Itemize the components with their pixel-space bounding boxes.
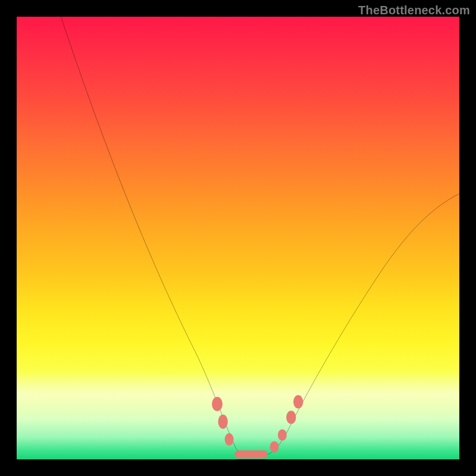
- marker-dot: [286, 411, 296, 424]
- marker-dot: [218, 415, 228, 429]
- marker-bar: [234, 450, 268, 458]
- plot-area: [17, 17, 459, 459]
- marker-dot: [212, 397, 223, 411]
- marker-group: [212, 395, 303, 458]
- marker-dot: [270, 441, 279, 452]
- bottleneck-curve-svg: [17, 17, 459, 459]
- marker-dot: [293, 395, 303, 408]
- bottleneck-curve-path: [61, 17, 459, 457]
- chart-frame: TheBottleneck.com: [0, 0, 476, 476]
- marker-dot: [225, 433, 234, 446]
- marker-dot: [278, 429, 287, 440]
- attribution-text: TheBottleneck.com: [358, 4, 470, 17]
